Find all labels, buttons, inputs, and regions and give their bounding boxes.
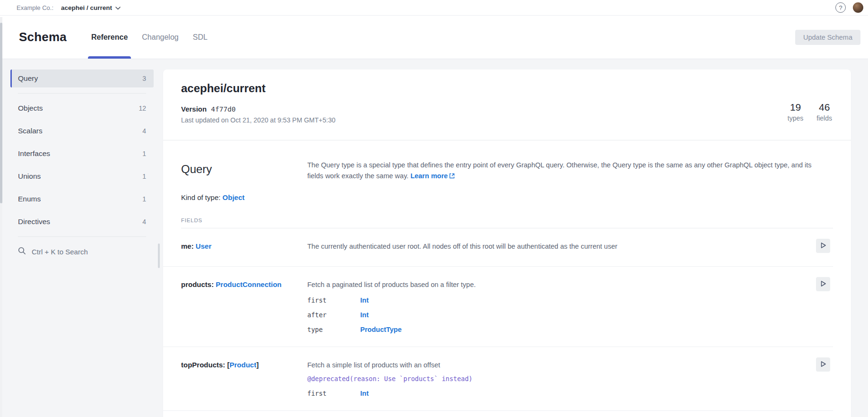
sidebar-item-label: Interfaces bbox=[18, 149, 50, 158]
learn-more-link[interactable]: Learn more bbox=[410, 172, 455, 180]
update-schema-button[interactable]: Update Schema bbox=[795, 30, 860, 45]
play-icon bbox=[819, 280, 827, 289]
sidebar-item-label: Unions bbox=[18, 172, 41, 181]
sidebar-item-unions[interactable]: Unions 1 bbox=[10, 167, 154, 185]
sidebar-item-directives[interactable]: Directives 4 bbox=[10, 213, 154, 231]
play-icon bbox=[819, 360, 827, 369]
window-scrollbar-thumb[interactable] bbox=[0, 23, 2, 203]
chevron-down-icon bbox=[115, 4, 121, 11]
version-line: Version 4f77d0 bbox=[181, 105, 833, 113]
type-description: The Query type is a special type that de… bbox=[307, 160, 833, 182]
argument-type-link[interactable]: ProductType bbox=[360, 326, 402, 333]
sidebar-item-label: Objects bbox=[18, 104, 43, 113]
sidebar-item-interfaces[interactable]: Interfaces 1 bbox=[10, 145, 154, 163]
type-name-column: Query bbox=[181, 162, 307, 182]
field-detail-column: Fetch a paginated list of products based… bbox=[307, 280, 807, 333]
sidebar-item-count: 4 bbox=[142, 127, 146, 135]
argument-name: first bbox=[307, 390, 360, 397]
field-row-topproducts: topProducts: [Product] Fetch a simple li… bbox=[163, 347, 833, 411]
stat-types: 19 types bbox=[788, 102, 803, 122]
tab-changelog-label: Changelog bbox=[142, 33, 178, 42]
tab-sdl[interactable]: SDL bbox=[193, 16, 208, 59]
graph-title: acephei/current bbox=[181, 82, 833, 95]
field-name: products: bbox=[181, 280, 214, 288]
field-name: topProducts: bbox=[181, 361, 225, 369]
type-summary-row: Query The Query type is a special type t… bbox=[163, 140, 851, 182]
argument-row: type ProductType bbox=[307, 326, 807, 333]
argument-type-link[interactable]: Int bbox=[360, 390, 369, 397]
last-updated-text: Last updated on Oct 21, 2020 at 9:53 PM … bbox=[181, 116, 833, 124]
stat-fields-label: fields bbox=[816, 114, 832, 122]
type-name: Query bbox=[181, 162, 307, 176]
field-signature: topProducts: [Product] bbox=[181, 360, 307, 370]
argument-type-link[interactable]: Int bbox=[360, 296, 369, 304]
field-row-products: products: ProductConnection Fetch a pagi… bbox=[163, 267, 833, 347]
argument-name: first bbox=[307, 296, 360, 304]
sidebar-item-label: Directives bbox=[18, 217, 50, 226]
search-hint-label: Ctrl + K to Search bbox=[32, 248, 88, 256]
sidebar-item-count: 4 bbox=[142, 218, 146, 226]
sidebar-item-count: 1 bbox=[142, 195, 146, 203]
sidebar-item-objects[interactable]: Objects 12 bbox=[10, 99, 154, 117]
field-detail-column: Fetch a simple list of products with an … bbox=[307, 360, 807, 397]
schema-type-sidebar: Query 3 Objects 12 Scalars 4 Interfaces … bbox=[10, 70, 154, 261]
kind-of-type-row: Kind of type: Object bbox=[163, 193, 851, 201]
argument-row: first Int bbox=[307, 296, 807, 304]
stat-types-value: 19 bbox=[788, 102, 803, 113]
version-hash: 4f77d0 bbox=[211, 105, 235, 113]
org-label: Example Co.: bbox=[17, 4, 53, 11]
sidebar-item-count: 12 bbox=[139, 104, 146, 112]
tab-changelog[interactable]: Changelog bbox=[142, 16, 178, 59]
run-in-explorer-button[interactable] bbox=[816, 277, 830, 291]
sidebar-scrollbar-thumb[interactable] bbox=[158, 243, 160, 268]
field-type-link[interactable]: User bbox=[196, 242, 211, 250]
argument-row: after Int bbox=[307, 311, 807, 319]
schema-search-trigger[interactable]: Ctrl + K to Search bbox=[10, 243, 154, 261]
field-description: The currently authenticated user root. A… bbox=[307, 242, 807, 251]
user-avatar[interactable] bbox=[853, 2, 863, 13]
sidebar-item-label: Enums bbox=[18, 195, 41, 203]
stat-fields: 46 fields bbox=[816, 102, 832, 122]
run-in-explorer-button[interactable] bbox=[816, 239, 830, 253]
graph-version-header: acephei/current Version 4f77d0 Last upda… bbox=[163, 70, 851, 140]
sidebar-item-enums[interactable]: Enums 1 bbox=[10, 190, 154, 208]
sidebar-item-count: 1 bbox=[142, 150, 146, 157]
sidebar-divider bbox=[18, 236, 146, 237]
field-signature: me: User bbox=[181, 242, 307, 251]
type-description-text: The Query type is a special type that de… bbox=[307, 161, 812, 180]
tab-reference[interactable]: Reference bbox=[91, 16, 128, 59]
field-signature: products: ProductConnection bbox=[181, 280, 307, 289]
field-type-link[interactable]: Product bbox=[230, 361, 257, 369]
sidebar-item-count: 3 bbox=[142, 75, 146, 82]
tab-sdl-label: SDL bbox=[193, 33, 208, 42]
window-scrollbar-track[interactable] bbox=[0, 17, 2, 417]
sidebar-item-label: Scalars bbox=[18, 127, 43, 135]
graph-selector-dropdown[interactable]: acephei / current bbox=[61, 4, 121, 11]
stat-fields-value: 46 bbox=[816, 102, 832, 113]
sidebar-item-label: Query bbox=[18, 74, 38, 83]
graph-selector-label: acephei / current bbox=[61, 4, 112, 11]
topbar-actions: ? bbox=[835, 2, 863, 13]
tab-reference-label: Reference bbox=[91, 33, 128, 42]
sidebar-divider bbox=[18, 93, 146, 94]
external-link-icon bbox=[449, 171, 455, 182]
kind-value-link[interactable]: Object bbox=[223, 193, 245, 201]
sidebar-item-scalars[interactable]: Scalars 4 bbox=[10, 122, 154, 140]
argument-row: first Int bbox=[307, 390, 807, 397]
page-title: Schema bbox=[19, 30, 67, 44]
run-in-explorer-button[interactable] bbox=[816, 357, 830, 372]
play-icon bbox=[819, 242, 827, 251]
sidebar-item-count: 1 bbox=[142, 173, 146, 180]
schema-reference-panel: acephei/current Version 4f77d0 Last upda… bbox=[163, 70, 851, 417]
app-window: Example Co.: acephei / current ? Schema … bbox=[0, 0, 868, 417]
page-header: Schema Reference Changelog SDL Update Sc… bbox=[0, 16, 868, 59]
fields-section-label: FIELDS bbox=[163, 217, 851, 223]
help-icon[interactable]: ? bbox=[835, 2, 846, 13]
field-type-link[interactable]: ProductConnection bbox=[216, 280, 281, 288]
sidebar-item-query[interactable]: Query 3 bbox=[10, 70, 154, 87]
help-glyph: ? bbox=[839, 4, 842, 11]
field-description: Fetch a paginated list of products based… bbox=[307, 280, 807, 289]
argument-type-link[interactable]: Int bbox=[360, 311, 369, 319]
schema-stats: 19 types 46 fields bbox=[788, 102, 832, 122]
content-area: Query 3 Objects 12 Scalars 4 Interfaces … bbox=[0, 59, 868, 417]
